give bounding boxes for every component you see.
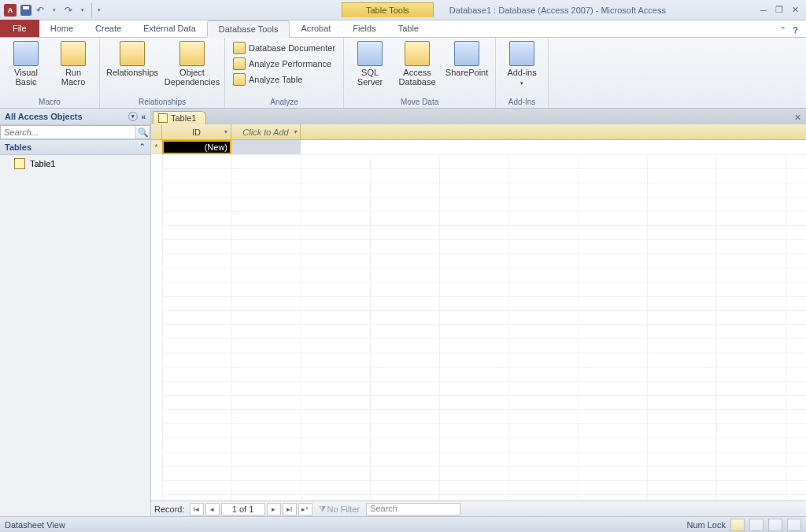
addins-button[interactable]: Add-ins▾ bbox=[501, 39, 543, 90]
other-view-button[interactable] bbox=[768, 519, 782, 531]
column-header-id[interactable]: ID▾ bbox=[162, 124, 231, 139]
ribbon-group-macro: VisualBasic RunMacro Macro bbox=[0, 38, 100, 108]
help-button[interactable]: ? bbox=[791, 24, 800, 37]
ribbon-group-move-data: SQLServer AccessDatabase SharePoint Move… bbox=[344, 38, 496, 108]
ribbon-help-area: ⌃ ? bbox=[778, 24, 806, 37]
cell-id-new[interactable]: (New) bbox=[162, 140, 231, 154]
tab-acrobat[interactable]: Acrobat bbox=[290, 20, 342, 37]
nav-collapse-icon[interactable]: « bbox=[141, 113, 146, 121]
design-view-button[interactable] bbox=[749, 519, 763, 531]
datasheet: ID▾ Click to Add▾ * (New) bbox=[151, 124, 806, 501]
next-record-button[interactable]: ▸ bbox=[267, 503, 281, 515]
tab-home[interactable]: Home bbox=[39, 20, 84, 37]
ribbon-group-analyze: Database Documenter Analyze Performance … bbox=[225, 38, 344, 108]
quick-access-toolbar: A ↶ ▾ ↷ ▾ ▾ bbox=[0, 3, 105, 17]
record-position[interactable]: 1 of 1 bbox=[221, 503, 265, 515]
document-tab-table1[interactable]: Table1 bbox=[153, 111, 206, 124]
restore-button[interactable]: ❐ bbox=[773, 5, 786, 16]
datasheet-view-button[interactable] bbox=[730, 519, 745, 531]
app-icon[interactable]: A bbox=[3, 3, 17, 17]
cell-add-new[interactable] bbox=[231, 140, 301, 154]
column-header-add[interactable]: Click to Add▾ bbox=[231, 124, 301, 139]
tab-fields[interactable]: Fields bbox=[342, 20, 386, 37]
qat-customize[interactable]: ▾ bbox=[91, 3, 105, 17]
new-record-button[interactable]: ▸* bbox=[298, 503, 312, 515]
workspace: All Access Objects ▾ « 🔍 Tables ⌃ Table1… bbox=[0, 109, 806, 516]
nav-header[interactable]: All Access Objects ▾ « bbox=[0, 109, 150, 125]
run-macro-button[interactable]: RunMacro bbox=[52, 39, 94, 88]
datasheet-grid bbox=[162, 154, 806, 501]
sharepoint-button[interactable]: SharePoint bbox=[443, 39, 490, 79]
table-icon bbox=[158, 113, 168, 123]
navigation-pane: All Access Objects ▾ « 🔍 Tables ⌃ Table1 bbox=[0, 109, 151, 516]
group-label: Move Data bbox=[349, 96, 490, 108]
sql-server-button[interactable]: SQLServer bbox=[349, 39, 391, 88]
redo-dropdown[interactable]: ▾ bbox=[76, 3, 90, 17]
record-navigator: Record: I◂ ◂ 1 of 1 ▸ ▸I ▸* ⧩No Filter S… bbox=[151, 501, 806, 516]
group-label: Analyze bbox=[230, 96, 338, 108]
record-label: Record: bbox=[154, 504, 185, 514]
tab-create[interactable]: Create bbox=[84, 20, 132, 37]
access-database-button[interactable]: AccessDatabase bbox=[396, 39, 438, 88]
title-bar: A ↶ ▾ ↷ ▾ ▾ Table Tools Database1 : Data… bbox=[0, 0, 806, 20]
ribbon-body: VisualBasic RunMacro Macro Relationships… bbox=[0, 38, 806, 109]
document-tabs: Table1 ✕ bbox=[151, 109, 806, 124]
column-dropdown-icon[interactable]: ▾ bbox=[294, 128, 297, 135]
search-icon[interactable]: 🔍 bbox=[135, 126, 150, 139]
nav-search-input[interactable] bbox=[1, 126, 135, 139]
group-label: Add-Ins bbox=[501, 96, 543, 108]
document-tab-label: Table1 bbox=[171, 113, 196, 123]
filter-indicator[interactable]: ⧩No Filter bbox=[319, 504, 360, 514]
filter-icon: ⧩ bbox=[319, 504, 326, 514]
close-button[interactable]: ✕ bbox=[789, 5, 801, 16]
object-dependencies-button[interactable]: ObjectDependencies bbox=[165, 39, 220, 88]
redo-button[interactable]: ↷ bbox=[63, 5, 74, 16]
collapse-icon: ⌃ bbox=[139, 142, 146, 152]
table-icon bbox=[14, 158, 25, 169]
select-all-corner[interactable] bbox=[151, 124, 162, 139]
minimize-ribbon-button[interactable]: ⌃ bbox=[778, 24, 788, 37]
relationships-button[interactable]: Relationships bbox=[105, 39, 160, 79]
window-controls: ─ ❐ ✕ bbox=[757, 5, 806, 16]
tab-external-data[interactable]: External Data bbox=[132, 20, 207, 37]
save-button[interactable] bbox=[19, 3, 33, 17]
tab-file[interactable]: File bbox=[0, 20, 39, 37]
nav-item-label: Table1 bbox=[30, 159, 55, 168]
database-documenter-button[interactable]: Database Documenter bbox=[230, 41, 338, 55]
contextual-tab-table-tools: Table Tools bbox=[342, 2, 434, 17]
status-view-label: Datasheet View bbox=[5, 520, 65, 530]
status-bar: Datasheet View Num Lock bbox=[0, 516, 806, 532]
visual-basic-button[interactable]: VisualBasic bbox=[5, 39, 47, 88]
record-search-input[interactable]: Search bbox=[366, 503, 460, 515]
prev-record-button[interactable]: ◂ bbox=[205, 503, 220, 515]
nav-item-table1[interactable]: Table1 bbox=[0, 155, 150, 172]
tab-table[interactable]: Table bbox=[387, 20, 430, 37]
document-area: Table1 ✕ ID▾ Click to Add▾ * (New) Recor… bbox=[151, 109, 806, 516]
ribbon-group-relationships: Relationships ObjectDependencies Relatio… bbox=[100, 38, 225, 108]
datasheet-new-row: * (New) bbox=[151, 140, 806, 154]
undo-dropdown[interactable]: ▾ bbox=[47, 3, 61, 17]
datasheet-header: ID▾ Click to Add▾ bbox=[151, 124, 806, 140]
column-dropdown-icon[interactable]: ▾ bbox=[224, 128, 227, 135]
ribbon-group-addins: Add-ins▾ Add-Ins bbox=[496, 38, 549, 108]
nav-title: All Access Objects bbox=[5, 112, 83, 121]
status-numlock: Num Lock bbox=[686, 520, 726, 530]
window-title: Database1 : Database (Access 2007) - Mic… bbox=[449, 6, 666, 15]
analyze-table-button[interactable]: Analyze Table bbox=[230, 72, 338, 87]
last-record-button[interactable]: ▸I bbox=[283, 503, 297, 515]
minimize-button[interactable]: ─ bbox=[757, 5, 770, 16]
nav-search: 🔍 bbox=[0, 125, 150, 139]
row-selector[interactable]: * bbox=[151, 140, 162, 154]
undo-button[interactable]: ↶ bbox=[35, 5, 46, 16]
nav-filter-dropdown-icon[interactable]: ▾ bbox=[128, 112, 138, 121]
other-view-button-2[interactable] bbox=[787, 519, 801, 531]
tab-database-tools[interactable]: Database Tools bbox=[207, 20, 290, 38]
ribbon-tabs: File Home Create External Data Database … bbox=[0, 20, 806, 38]
document-close-button[interactable]: ✕ bbox=[789, 111, 806, 124]
first-record-button[interactable]: I◂ bbox=[190, 503, 204, 515]
group-label: Macro bbox=[5, 96, 94, 108]
group-label: Relationships bbox=[105, 96, 220, 108]
analyze-performance-button[interactable]: Analyze Performance bbox=[230, 57, 338, 71]
nav-group-tables[interactable]: Tables ⌃ bbox=[0, 139, 150, 155]
